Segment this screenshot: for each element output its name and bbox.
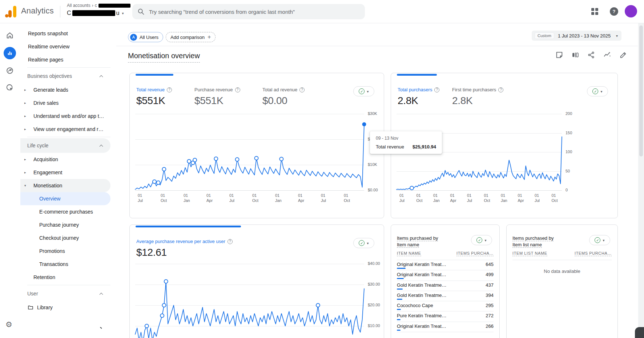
insights-icon[interactable] [603,50,612,60]
help-tooltip-icon[interactable]: ? [235,87,240,92]
sidebar-item-engagement[interactable]: ▸Engagement [20,166,110,179]
sidebar-item-label: View user engagement and r… [33,126,104,132]
table-row: Gold Keratin Treatme…437 [397,281,494,291]
sidebar-item-reports-snapshot[interactable]: Reports snapshot [20,27,110,40]
item-name-cell: Original Keratin Treat… [397,272,446,277]
x-axis-tick: 01Jan [275,193,282,203]
metric-label[interactable]: Total purchasers? [398,87,452,92]
sidebar-item-label: Acquisition [33,156,58,162]
sidebar-item-e-commerce-purchases[interactable]: E-commerce purchases [20,205,110,218]
comparison-pill-label: All Users [140,35,158,40]
data-quality-button[interactable]: ✓ ▾ [353,238,374,248]
app-header: Analytics All accounts › c C u ▾ ? [0,0,644,23]
sidebar-item-label: Checkout journey [39,235,79,241]
metric-header-purchasers: Total purchasers?2.8KFirst time purchase… [398,87,503,107]
sidebar-section-user[interactable]: User [20,286,110,301]
data-quality-button[interactable]: ✓ ▾ [353,86,374,96]
comparison-columns-icon[interactable] [571,50,580,60]
sidebar-item-overview[interactable]: Overview [20,192,110,205]
add-comparison-button[interactable]: Add comparison + [166,32,216,42]
home-icon[interactable] [4,29,16,41]
sidebar-item-label: Library [37,305,53,310]
metric-label[interactable]: Purchase revenue? [194,87,262,92]
x-axis-tick: 01Jan [433,193,440,203]
chevron-down-icon: ▾ [122,11,124,15]
sidebar-item-generate-leads[interactable]: ▸Generate leads [20,83,110,96]
settings-gear-icon[interactable]: ⚙ [5,320,12,329]
date-range-picker[interactable]: Custom 1 Jul 2023 - 13 Nov 2025 ▾ [532,31,621,41]
sidebar-item-transactions[interactable]: Transactions [20,258,110,271]
sidebar-item-purchase-journey[interactable]: Purchase journey [20,218,110,231]
breadcrumb-account: c [95,3,97,8]
advertising-icon[interactable] [4,81,16,94]
sidebar-item-library[interactable]: Library [20,301,110,314]
sidebar-item-retention[interactable]: Retention [20,271,110,284]
data-quality-button[interactable]: ✓ ▾ [589,235,610,245]
explore-icon[interactable] [4,64,16,77]
help-icon[interactable]: ? [610,7,618,16]
sidebar-section-business-objectives[interactable]: Business objectives [20,69,110,83]
metric-label[interactable]: Total revenue? [136,87,194,92]
sidebar-item-drive-sales[interactable]: ▸Drive sales [20,96,110,110]
sidebar-item-checkout-journey[interactable]: Checkout journey [20,231,110,244]
line-chart-total-revenue: $30K$20K$10K$0.0001Jul01Oct01Jan01Apr01J… [135,107,364,192]
metric-first-time-purchasers: First time purchasers?2.8K [452,87,503,107]
property-name-initial: C [67,10,71,16]
metric-label[interactable]: First time purchasers? [452,87,503,92]
share-icon[interactable] [587,50,596,60]
sidebar-section-life-cycle[interactable]: Life cycle [20,138,110,153]
item-name-cell: Gold Keratin Treatme… [397,282,447,288]
table-row: Pure Keratin Treatme…272 [397,311,494,322]
table-title-link[interactable]: Items purchased by Item list name [512,235,554,248]
search-input[interactable] [149,9,353,15]
carousel-tab-indicator[interactable] [136,226,241,227]
card-total-revenue: Total revenue?$551KPurchase revenue?$551… [129,73,384,218]
carousel-tab-indicator[interactable] [397,74,437,76]
sidebar-item-monetisation[interactable]: ▾Monetisation [20,179,110,192]
column-header-items-purchased[interactable]: ITEMS PURCHA… [575,251,612,256]
notes-icon[interactable] [555,50,564,60]
tooltip-date-range: 09 - 13 Nov [376,136,436,141]
metric-purchase-revenue: Purchase revenue?$551K [194,87,262,107]
property-selector[interactable]: C u ▾ [67,10,124,16]
edit-pencil-icon[interactable] [619,50,628,60]
sidebar-divider [27,67,110,68]
breadcrumb-all-accounts[interactable]: All accounts [67,3,90,8]
column-header-item-name[interactable]: ITEM NAME [397,251,421,256]
anomaly-marker [410,186,414,190]
carousel-tab-indicator[interactable] [136,74,173,76]
ga-apps-grid-icon[interactable] [591,8,599,15]
data-quality-button[interactable]: ✓ ▾ [471,235,492,245]
breadcrumb[interactable]: All accounts › c [67,3,130,8]
item-value-bar [397,309,401,310]
sidebar-item-realtime-overview[interactable]: Realtime overview [20,40,110,53]
search-bar[interactable] [132,4,365,19]
help-tooltip-icon[interactable]: ? [299,87,305,92]
data-quality-button[interactable]: ✓ ▾ [587,86,608,96]
sidebar-item-realtime-pages[interactable]: Realtime pages [20,53,110,66]
metric-label-text: Average purchase revenue per active user [136,239,225,244]
help-tooltip-icon[interactable]: ? [228,239,233,244]
metric-label[interactable]: Total ad revenue? [262,87,305,92]
column-header-item-list-name[interactable]: ITEM LIST NAME [512,251,547,256]
table-title-link[interactable]: Items purchased by Item name [397,235,438,248]
help-tooltip-icon[interactable]: ? [167,87,172,92]
avatar[interactable] [625,5,637,17]
help-tooltip-icon[interactable]: ? [498,87,503,92]
chart-line-svg [135,256,364,338]
help-tooltip-icon[interactable]: ? [434,87,439,92]
chevron-up-icon [100,75,103,79]
comparison-pill-all-users[interactable]: A All Users [128,32,163,42]
sidebar-item-promotions[interactable]: Promotions [20,244,110,258]
reports-icon[interactable] [4,47,16,59]
scrollbar-thumb[interactable] [639,25,643,156]
sidebar-item-understand-web-and-or-app-t[interactable]: ▸Understand web and/or app t… [20,110,110,123]
x-axis-tick: 01Apr [298,193,304,203]
metric-label[interactable]: Average purchase revenue per active user… [136,239,233,244]
metric-header-revenue: Total revenue?$551KPurchase revenue?$551… [136,87,305,107]
anomaly-marker [145,324,149,328]
column-header-items-purchased[interactable]: ITEMS PURCHA… [456,251,494,256]
sidebar-item-acquisition[interactable]: ▸Acquisition [20,153,110,166]
chevron-up-icon [100,293,103,296]
sidebar-item-view-user-engagement-and-r[interactable]: ▸View user engagement and r… [20,123,110,136]
